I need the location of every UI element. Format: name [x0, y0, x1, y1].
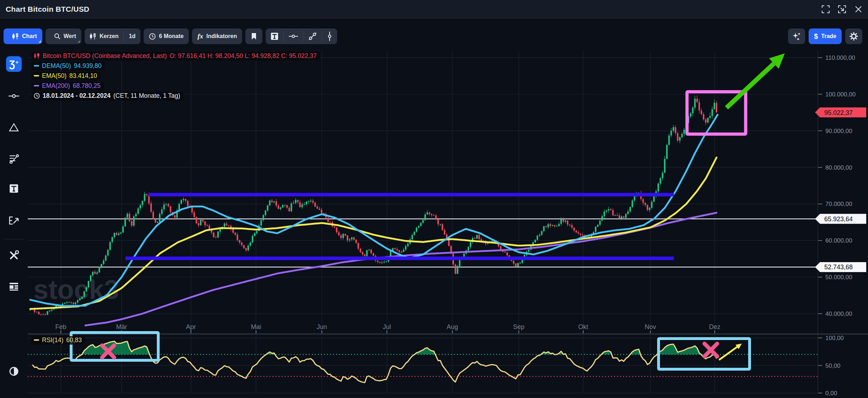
month-label: Jul	[383, 323, 391, 330]
dema-swatch	[34, 65, 39, 67]
svg-text:50.000,00: 50.000,00	[825, 274, 852, 281]
date-range-text: 18.01.2024 - 02.12.2024	[43, 92, 111, 100]
ema200-label: EMA(200)	[42, 82, 70, 90]
symbol-legend-text: Bitcoin BTC/USD (Coinbase Advanced, Last…	[43, 52, 167, 60]
bookmark-button[interactable]	[245, 28, 262, 44]
toolbar: Chart Wert Kerzen 1d 6 Monate	[0, 18, 868, 50]
trade-button[interactable]: $ Trade	[809, 28, 842, 44]
rsi-line	[32, 341, 717, 383]
dema-value: 94.939,80	[74, 62, 102, 70]
chart-button-label: Chart	[22, 33, 37, 39]
horizontal-line-tool-button[interactable]	[284, 28, 303, 44]
rsi-legend-row[interactable]: RSI(14) 60,83	[31, 336, 85, 345]
close-icon[interactable]	[854, 5, 863, 14]
ema50-legend-row[interactable]: EMA(50) 83.414,10	[31, 72, 100, 80]
dema-label: DEMA(50)	[42, 62, 71, 70]
watermark: stock3	[33, 274, 119, 304]
clock-icon	[149, 33, 156, 40]
series-candles-icon	[34, 53, 40, 59]
clock-icon	[34, 93, 40, 99]
svg-text:65.923,64: 65.923,64	[824, 216, 853, 223]
settings-button[interactable]	[845, 28, 862, 44]
price-axis[interactable]: 110.000,00100.000,0090.000,0080.000,0070…	[818, 54, 856, 397]
svg-text:95.022,37: 95.022,37	[824, 109, 853, 116]
month-label: Jun	[316, 323, 327, 330]
svg-text:90.000,00: 90.000,00	[825, 128, 852, 134]
text-tool-button[interactable]	[266, 28, 283, 44]
indicators-label: Indikatoren	[206, 33, 237, 39]
symbol-search-label: Wert	[64, 33, 76, 39]
svg-text:100,00: 100,00	[825, 335, 844, 341]
rsi-label: RSI(14)	[42, 336, 63, 344]
date-range-row[interactable]: 18.01.2024 - 02.12.2024 (CET, 11 Monate,…	[31, 92, 183, 100]
svg-text:52.743,68: 52.743,68	[824, 264, 853, 271]
month-label: Okt	[578, 323, 588, 330]
ema50-swatch	[34, 75, 39, 76]
ema50-line	[30, 158, 717, 309]
drawing-tools-group	[266, 28, 337, 44]
symbol-search-button[interactable]: Wert	[46, 28, 81, 44]
month-label: Nov	[645, 323, 656, 330]
date-range-detail: (CET, 11 Monate, 1 Tag)	[113, 92, 180, 100]
price-badge: 65.923,64	[815, 214, 866, 224]
month-label: Mai	[251, 323, 261, 330]
chart-button[interactable]: Chart	[4, 28, 42, 44]
ema200-legend-row[interactable]: EMA(200) 68.780,25	[31, 82, 104, 90]
green-arrow-annotation	[726, 64, 774, 108]
popout-icon[interactable]	[837, 5, 847, 14]
yellow-arrow-annotation	[719, 347, 737, 360]
chart-canvas[interactable]: stock3FebMärAprMaiJunJulAugSepOktNovDez1…	[0, 50, 868, 398]
svg-text:60.000,00: 60.000,00	[825, 237, 852, 244]
trend-path-icon	[308, 32, 317, 41]
month-label: Mär	[116, 323, 127, 330]
month-label: Aug	[447, 323, 458, 330]
window-title: Chart Bitcoin BTC/USD	[6, 5, 89, 14]
charttype-interval-group: Kerzen 1d	[85, 28, 140, 44]
range-button[interactable]: 6 Monate	[144, 28, 189, 44]
dollar-icon: $	[814, 32, 818, 41]
month-label: Dez	[709, 323, 720, 330]
interval-button[interactable]: 1d	[124, 28, 140, 44]
ema50-value: 83.414,10	[69, 72, 97, 80]
rsi-value: 60,83	[66, 336, 82, 344]
svg-text:100.000,00: 100.000,00	[825, 91, 856, 98]
trading-app-window: Chart Bitcoin BTC/USD Chart Wert	[0, 0, 868, 398]
title-bar: Chart Bitcoin BTC/USD	[0, 0, 868, 18]
month-label: Apr	[186, 323, 196, 330]
candlesticks	[30, 95, 717, 315]
rsi-swatch	[34, 339, 39, 341]
magic-settings-button[interactable]	[788, 28, 805, 44]
sparkles-icon	[792, 32, 801, 41]
rsi-legend: RSI(14) 60,83	[31, 336, 85, 345]
interval-label: 1d	[129, 33, 135, 39]
search-icon	[54, 33, 60, 39]
chart-type-button[interactable]: Kerzen	[85, 28, 123, 44]
vertical-line-tool-button[interactable]	[322, 28, 337, 44]
bookmark-icon	[251, 33, 257, 40]
rsi-pane	[28, 341, 818, 383]
ema200-swatch	[34, 85, 39, 86]
svg-text:40.000,00: 40.000,00	[825, 311, 852, 317]
dema-legend-row[interactable]: DEMA(50) 94.939,80	[31, 62, 105, 70]
month-label: Feb	[55, 323, 66, 330]
svg-text:0,00: 0,00	[825, 390, 837, 397]
month-label: Sep	[513, 323, 524, 330]
ema200-value: 68.780,25	[73, 82, 101, 90]
gear-icon	[849, 32, 858, 41]
horizontal-line-icon	[289, 34, 298, 39]
symbol-legend-row[interactable]: Bitcoin BTC/USD (Coinbase Advanced, Last…	[31, 52, 320, 60]
trade-button-label: Trade	[821, 33, 836, 39]
fullscreen-icon[interactable]	[821, 5, 830, 14]
svg-text:70.000,00: 70.000,00	[825, 201, 852, 207]
text-tool-icon	[271, 32, 278, 40]
svg-text:80.000,00: 80.000,00	[825, 164, 852, 171]
ema50-label: EMA(50)	[42, 72, 66, 80]
candles-icon	[90, 33, 96, 40]
indicators-button[interactable]: fx Indikatoren	[192, 28, 242, 44]
chart-type-label: Kerzen	[100, 33, 118, 39]
trend-path-tool-button[interactable]	[303, 28, 322, 44]
svg-text:110.000,00: 110.000,00	[825, 54, 855, 61]
price-badge: 95.022,37	[815, 107, 866, 117]
vertical-line-icon	[327, 32, 332, 41]
range-label: 6 Monate	[159, 33, 183, 39]
